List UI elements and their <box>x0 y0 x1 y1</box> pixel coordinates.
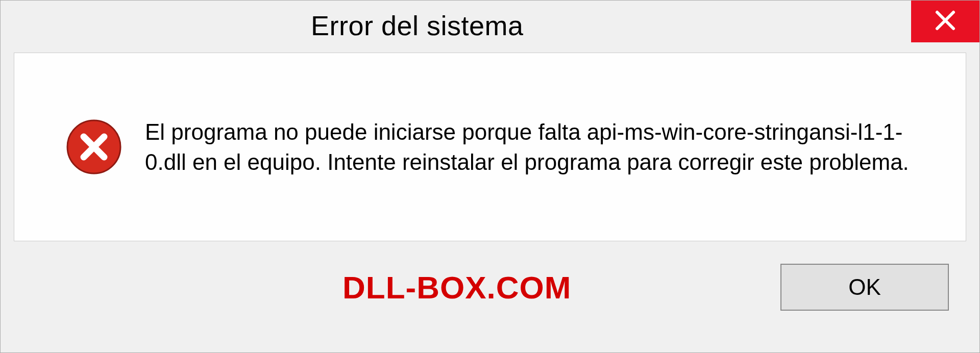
watermark-text: DLL-BOX.COM <box>21 269 571 306</box>
close-icon <box>933 8 958 35</box>
content-panel: El programa no puede iniciarse porque fa… <box>14 53 966 241</box>
error-message: El programa no puede iniciarse porque fa… <box>145 117 925 178</box>
error-dialog: Error del sistema El programa no puede i… <box>0 0 980 353</box>
dialog-title: Error del sistema <box>1 1 524 41</box>
close-button[interactable] <box>911 1 979 42</box>
dialog-footer: DLL-BOX.COM OK <box>1 241 979 333</box>
titlebar: Error del sistema <box>1 1 979 51</box>
ok-button[interactable]: OK <box>780 264 949 311</box>
error-icon <box>65 118 122 175</box>
